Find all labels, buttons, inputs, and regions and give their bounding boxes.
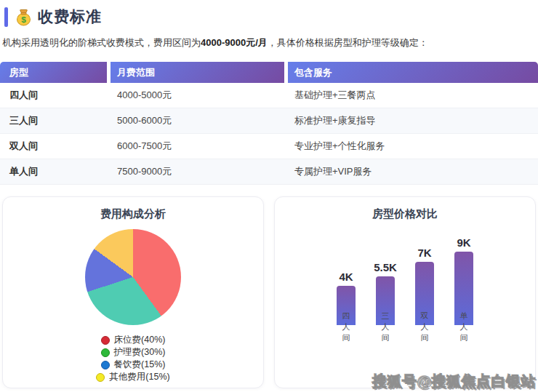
legend-label: 餐饮费(15%)	[114, 359, 166, 371]
legend-label: 护理费(30%)	[114, 346, 166, 359]
accent-bar	[4, 7, 8, 27]
bar-group: 9K 单人间	[454, 236, 473, 325]
table-row: 双人间 6000-7500元 专业护理+个性化服务	[0, 134, 538, 159]
legend-dot-yellow-icon	[96, 373, 105, 382]
cell-services: 标准护理+康复指导	[288, 114, 538, 127]
pie-chart-card: 费用构成分析 床位费(40%) 护理费(30%) 餐饮费(15%) 其他费用(	[2, 196, 264, 388]
bar-category-label: 单人间	[459, 311, 469, 343]
pie-legend: 床位费(40%) 护理费(30%) 餐饮费(15%) 其他费用(15%)	[3, 334, 263, 383]
bar-group: 7K 双人间	[415, 247, 434, 325]
legend-dot-green-icon	[101, 348, 110, 357]
legend-dot-blue-icon	[101, 361, 110, 369]
cell-services: 专属护理+VIP服务	[288, 165, 538, 178]
legend-item: 床位费(40%)	[101, 334, 166, 346]
section-header: $ 收费标准	[4, 7, 538, 27]
bar-chart: 4K 四人间 5.5K 三人间 7K 双人间 9K 单人间	[275, 223, 535, 325]
table-header-row: 房型 月费范围 包含服务	[0, 62, 538, 83]
cell-services: 专业护理+个性化服务	[288, 140, 538, 153]
intro-part1: 机构采用透明化的阶梯式收费模式，费用区间为	[2, 37, 201, 48]
intro-part2: ，具体价格根据房型和护理等级确定：	[268, 37, 428, 48]
cell-fee-range: 5000-6000元	[111, 114, 284, 127]
watermark: 搜狐号@搜狐焦点白银站	[372, 372, 536, 391]
column-header-services: 包含服务	[288, 62, 538, 83]
bar-value-label: 4K	[339, 271, 353, 283]
section-title: 收费标准	[38, 7, 102, 27]
cell-room-type: 双人间	[0, 140, 107, 153]
bar-group: 4K 四人间	[337, 271, 356, 325]
legend-label: 其他费用(15%)	[109, 371, 169, 383]
bar-category-label: 双人间	[420, 311, 430, 343]
intro-price-range: 4000-9000元/月	[201, 37, 268, 48]
bar-category-label: 三人间	[381, 311, 390, 343]
bar-value-label: 5.5K	[374, 261, 397, 273]
cell-room-type: 三人间	[0, 114, 107, 127]
cell-room-type: 单人间	[0, 165, 107, 178]
legend-dot-red-icon	[101, 336, 110, 345]
price-table: 房型 月费范围 包含服务 四人间 4000-5000元 基础护理+三餐两点 三人…	[0, 62, 538, 185]
bar-chart-title: 房型价格对比	[275, 197, 535, 223]
bar-value-label: 9K	[457, 236, 470, 249]
table-row: 三人间 5000-6000元 标准护理+康复指导	[0, 108, 538, 134]
cell-room-type: 四人间	[0, 89, 107, 102]
column-header-fee-range: 月费范围	[111, 62, 284, 83]
pie-chart	[85, 229, 181, 325]
table-row: 单人间 7500-9000元 专属护理+VIP服务	[0, 159, 538, 185]
legend-item: 其他费用(15%)	[96, 371, 169, 383]
bar-category-label: 四人间	[342, 311, 351, 343]
legend-label: 床位费(40%)	[114, 334, 166, 346]
pie-chart-title: 费用构成分析	[3, 197, 263, 223]
legend-item: 护理费(30%)	[101, 346, 166, 359]
bar-chart-card: 房型价格对比 4K 四人间 5.5K 三人间 7K 双人间	[274, 196, 536, 388]
charts-section: 费用构成分析 床位费(40%) 护理费(30%) 餐饮费(15%) 其他费用(	[2, 196, 536, 388]
money-bag-icon: $	[15, 8, 33, 26]
legend-item: 餐饮费(15%)	[101, 359, 166, 371]
bar-value-label: 7K	[417, 247, 431, 259]
cell-services: 基础护理+三餐两点	[288, 89, 538, 102]
intro-text: 机构采用透明化的阶梯式收费模式，费用区间为4000-9000元/月，具体价格根据…	[2, 36, 538, 49]
page: $ 收费标准 机构采用透明化的阶梯式收费模式，费用区间为4000-9000元/月…	[0, 7, 538, 392]
cell-fee-range: 4000-5000元	[111, 89, 284, 102]
cell-fee-range: 7500-9000元	[111, 165, 284, 178]
table-row: 四人间 4000-5000元 基础护理+三餐两点	[0, 83, 538, 108]
column-header-room-type: 房型	[0, 62, 107, 83]
cell-fee-range: 6000-7500元	[111, 140, 284, 153]
svg-text:$: $	[21, 15, 26, 24]
bar-group: 5.5K 三人间	[376, 261, 395, 325]
